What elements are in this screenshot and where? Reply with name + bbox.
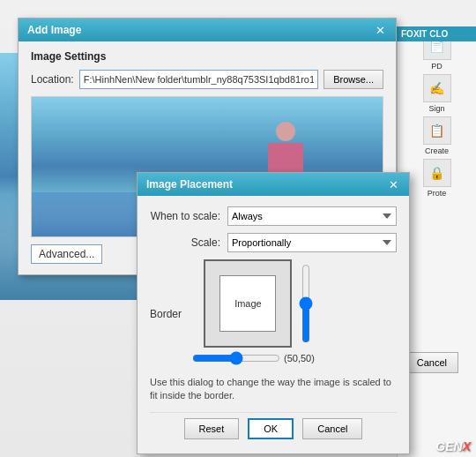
advanced-label: Advanced... [39,248,94,260]
placement-dialog: Image Placement ✕ When to scale: Always … [137,172,410,454]
image-settings-label: Image Settings [31,50,383,63]
add-image-title: Add Image [27,24,81,36]
foxit-title-text: FOXIT CLO [401,29,448,39]
icon-group-create: 📋 Create [401,116,472,155]
reset-button[interactable]: Reset [184,418,240,439]
placement-body: When to scale: Always When too big Never… [138,196,409,453]
vertical-slider[interactable] [297,264,315,343]
create-label: Create [425,146,449,155]
viz-inner: Image [204,259,315,348]
add-cancel-label: Cancel [417,357,447,368]
ok-button[interactable]: OK [248,418,294,439]
sign-label: Sign [428,104,444,113]
x-text: X [463,439,471,453]
location-label: Location: [31,73,74,86]
ok-label: OK [264,423,278,434]
sign-icon[interactable]: ✍ [423,74,451,102]
protect-label: Prote [428,189,447,198]
bottom-buttons: Reset OK Cancel [150,412,397,443]
image-label: Image [234,298,262,309]
horizontal-slider[interactable] [192,351,280,365]
placement-close-button[interactable]: ✕ [386,177,400,191]
description-text: Use this dialog to change the way the im… [150,376,397,403]
cancel-label: Cancel [317,423,347,434]
add-image-close-button[interactable]: ✕ [373,23,387,37]
placement-title: Image Placement [146,178,233,191]
genx-watermark: GENX [435,439,471,453]
icon-group-sign: ✍ Sign [401,74,472,113]
protect-icon[interactable]: 🔒 [423,159,451,187]
vertical-slider-area [297,264,315,343]
add-image-cancel-button[interactable]: Cancel [405,352,458,373]
when-to-scale-label: When to scale: [150,210,220,222]
advanced-button[interactable]: Advanced... [31,244,102,264]
scale-label: Scale: [150,236,220,249]
gen-text: GEN [435,439,462,453]
location-input[interactable] [79,70,318,89]
border-box: Image [204,259,292,348]
viz-container: Image (50,50) [192,259,327,369]
close-icon: ✕ [376,24,385,37]
reset-label: Reset [199,423,225,434]
cancel-button[interactable]: Cancel [302,418,362,439]
when-to-scale-select[interactable]: Always When too big Never [227,206,397,226]
add-image-titlebar: Add Image ✕ [19,19,396,41]
scale-select[interactable]: Proportionally Non-Proportionally [227,233,397,252]
scale-row: Scale: Proportionally Non-Proportionally [150,233,397,252]
coords-row: (50,50) [192,351,327,365]
pdf-label: PD [431,62,443,71]
person-head [276,122,295,141]
placement-close-icon: ✕ [389,178,398,191]
create-icon[interactable]: 📋 [423,116,451,145]
location-row: Location: Browse... [31,70,383,89]
foxit-titlebar: FOXIT CLO [397,26,476,41]
border-label: Border [150,308,187,320]
placement-titlebar: Image Placement ✕ [138,173,409,196]
border-viz-row: Border Image (50,50) [150,259,397,369]
when-to-scale-row: When to scale: Always When too big Never [150,206,397,226]
browse-label: Browse... [333,74,374,85]
image-box: Image [219,275,276,332]
icon-group-protect: 🔒 Prote [401,159,472,198]
coords-label: (50,50) [284,353,315,363]
browse-button[interactable]: Browse... [324,70,383,89]
